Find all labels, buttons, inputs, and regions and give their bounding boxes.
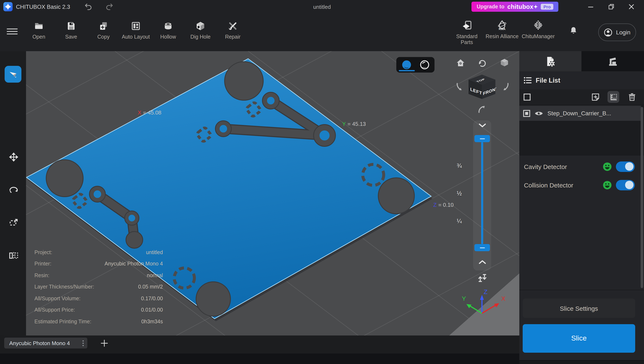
resin-alliance-icon: RMA: [497, 20, 508, 31]
info-row: All/Support Price:0.01/0.00: [35, 304, 163, 316]
undo-icon: [84, 2, 92, 11]
hollow-button[interactable]: Hollow: [152, 17, 184, 52]
upgrade-to-pro-button[interactable]: Upgrade to chitubox Pro: [472, 2, 558, 12]
file-list-title: File List: [536, 76, 560, 84]
render-mode-active-underline: [399, 70, 415, 71]
add-printer-button[interactable]: [99, 338, 110, 348]
tab-printer-settings[interactable]: [581, 51, 644, 71]
info-row: Printer:Anycubic Photon Mono 4: [35, 258, 163, 270]
notifications-button[interactable]: [568, 24, 579, 36]
rotate-left-arrow[interactable]: [455, 81, 466, 92]
kebab-menu-icon[interactable]: [82, 340, 84, 346]
rotate-ccw-icon: [477, 58, 487, 68]
right-panel-footer: [519, 360, 644, 364]
dig-hole-button[interactable]: Dig Hole: [184, 17, 217, 52]
rotate-right-arrow[interactable]: [500, 81, 510, 92]
delete-file-button[interactable]: [626, 91, 638, 103]
login-button[interactable]: Login: [598, 24, 636, 41]
cavity-detector-label: Cavity Detector: [524, 163, 602, 170]
info-row: Resin:normal: [35, 270, 163, 281]
visibility-eye-icon[interactable]: [534, 110, 543, 116]
slice-button[interactable]: Slice: [523, 324, 635, 353]
redo-button[interactable]: [105, 2, 115, 12]
home-view-button[interactable]: [455, 58, 466, 68]
select-tool-button[interactable]: [5, 66, 22, 82]
printer-tab-label: Anycubic Photon Mono 4: [9, 340, 70, 346]
copy-button[interactable]: Copy: [87, 17, 120, 52]
bottom-strip: [0, 354, 519, 364]
mirror-tool-button[interactable]: [8, 250, 19, 261]
file-list-header: File List: [519, 71, 644, 89]
dimension-x: X= 45.08: [138, 110, 161, 116]
info-row: Project:untitled: [35, 246, 163, 258]
solid-view-icon: [402, 60, 411, 70]
mirror-icon: [8, 250, 19, 261]
standard-parts-button[interactable]: Standard Parts: [449, 17, 485, 55]
save-button[interactable]: Save: [55, 17, 87, 52]
layout-view-button[interactable]: [607, 91, 619, 103]
close-button[interactable]: [625, 2, 638, 12]
cavity-detector-toggle[interactable]: [616, 161, 635, 172]
perspective-toggle-button[interactable]: [499, 58, 510, 68]
app-title: CHITUBOX Basic 2.3: [16, 0, 70, 14]
scale-icon: [8, 218, 19, 228]
copy-icon: [98, 21, 109, 31]
scale-tool-button[interactable]: [8, 217, 19, 228]
auto-layout-icon: [131, 21, 141, 31]
upgrade-prefix: Upgrade to: [477, 4, 504, 10]
open-button[interactable]: Open: [23, 17, 55, 52]
viewport-3d[interactable]: X= 45.08 Y= 45.13 Z= 0.10 Project:untitl…: [26, 51, 519, 336]
standard-parts-icon: [461, 20, 472, 31]
chitumanager-button[interactable]: ChituManager: [520, 17, 556, 55]
tab-file-settings[interactable]: [519, 51, 581, 71]
auto-layout-button[interactable]: Auto Layout: [120, 17, 152, 52]
dimension-z: Z= 0.10: [433, 202, 454, 208]
minimize-button[interactable]: [584, 2, 597, 12]
svg-text:Z: Z: [484, 288, 487, 295]
file-list-row[interactable]: Step_Down_Carrier_B...: [519, 106, 641, 121]
select-all-checkbox[interactable]: [523, 93, 531, 100]
slider-track: [481, 142, 483, 244]
repair-button[interactable]: Repair: [217, 17, 249, 52]
panel-scrollbar[interactable]: [641, 107, 643, 288]
svg-text:Y: Y: [462, 295, 466, 302]
plus-icon: [101, 340, 108, 346]
right-panel: File List Step_Down_Carrier_B... Cavit: [519, 51, 644, 360]
rotate-tool-button[interactable]: [8, 184, 19, 196]
reset-rotation-button[interactable]: [476, 58, 487, 68]
file-checkbox-checked[interactable]: [523, 110, 530, 117]
file-list-toolbar: [519, 89, 644, 104]
redo-icon: [105, 2, 114, 11]
undo-button[interactable]: [83, 2, 93, 12]
resin-alliance-button[interactable]: RMA Resin Alliance: [484, 17, 520, 55]
xray-view-icon: [420, 60, 430, 70]
view-cube[interactable]: TOP LEFT FRONT: [468, 74, 496, 100]
collision-detector-toggle[interactable]: [616, 180, 635, 190]
save-icon: [66, 21, 76, 31]
add-file-button[interactable]: [589, 90, 602, 103]
slider-top-handle[interactable]: [474, 135, 490, 142]
slider-collapse-chevron[interactable]: [477, 122, 488, 129]
rotate-down-arrow[interactable]: [476, 103, 487, 114]
bell-icon: [569, 25, 578, 35]
info-row: All/Support Volume:0.17/0.00: [35, 293, 163, 304]
login-label: Login: [616, 29, 630, 36]
move-tool-button[interactable]: [8, 152, 19, 162]
menu-button[interactable]: [7, 26, 18, 37]
slider-label-half: ½: [451, 190, 462, 197]
collision-detector-row: Collision Detector: [519, 179, 644, 191]
slider-bottom-handle[interactable]: [474, 244, 490, 251]
info-row: Estimated Printing Time:0h3m34s: [35, 316, 163, 327]
slice-settings-button[interactable]: Slice Settings: [523, 298, 635, 318]
repair-icon: [227, 21, 238, 31]
slider-label-three-quarters: ¾: [451, 162, 462, 169]
cavity-detector-row: Cavity Detector: [519, 160, 644, 172]
pro-badge: Pro: [541, 4, 553, 10]
slider-expand-chevron[interactable]: [477, 258, 488, 266]
minimize-icon: [588, 4, 594, 10]
restore-button[interactable]: [605, 2, 617, 12]
printer-tab[interactable]: Anycubic Photon Mono 4: [4, 338, 87, 348]
axis-triad: Z Y X: [458, 288, 513, 328]
slider-range-flip-button[interactable]: [476, 272, 489, 284]
status-ok-smiley-icon: [602, 180, 612, 190]
